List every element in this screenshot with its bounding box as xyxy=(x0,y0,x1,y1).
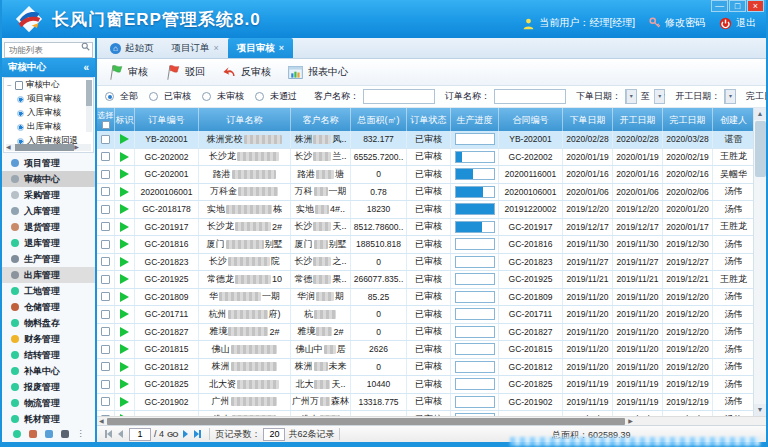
radio-failed[interactable] xyxy=(255,92,264,101)
sidebar-menu-item[interactable]: 项目管理 xyxy=(2,155,95,171)
reject-button[interactable]: 驳回 xyxy=(164,64,205,81)
tree-hscroll-thumb[interactable] xyxy=(15,144,75,151)
header-finish-date[interactable]: 完工日期 xyxy=(663,108,713,131)
sidebar-menu-item[interactable]: 生产管理 xyxy=(2,251,95,267)
sidebar-menu-item[interactable]: 出库管理 xyxy=(2,267,95,283)
sidebar-menu-item[interactable]: 入库管理 xyxy=(2,203,95,219)
sidebar-menu-item[interactable]: 采购管理 xyxy=(2,187,95,203)
tree-hscroll-left-icon[interactable]: ◀ xyxy=(6,144,11,151)
row-checkbox[interactable] xyxy=(101,327,110,336)
header-start-date[interactable]: 开工日期 xyxy=(613,108,663,131)
table-row[interactable]: GC-201902 广州 广州万森林 13318.775 已审核 GC-2019… xyxy=(97,394,766,412)
table-row[interactable]: 20200106001 万科金 万科一期 0.78 已审核 2020010600… xyxy=(97,184,766,202)
table-row[interactable]: GC-201809 华一期 华润期 85.25 已审核 GC-201809 20… xyxy=(97,289,766,307)
table-row[interactable]: GC-201812 株洲 株洲未来 0 已审核 GC-201812 2019/1… xyxy=(97,359,766,377)
radio-unaudited[interactable] xyxy=(202,92,211,101)
table-row[interactable]: GC-202001 路港 路港塘 0 已审核 20200116001 2020/… xyxy=(97,166,766,184)
row-checkbox[interactable] xyxy=(101,170,110,179)
table-row[interactable]: YB-202001 株洲党校 株洲凤.. 832.177 已审核 YB-2020… xyxy=(97,131,766,149)
radio-audited[interactable] xyxy=(149,92,158,101)
header-customer[interactable]: 客户名称 xyxy=(291,108,351,131)
order-date-from-input[interactable]: / /▾ xyxy=(625,89,637,104)
sidebar-menu-item[interactable]: 审核中心 xyxy=(2,171,95,187)
row-checkbox[interactable] xyxy=(101,292,110,301)
tab-home[interactable]: ⌂ 起始页 xyxy=(101,38,163,58)
row-checkbox[interactable] xyxy=(101,345,110,354)
row-checkbox[interactable] xyxy=(101,310,110,319)
sidebar-menu-item[interactable]: 仓储管理 xyxy=(2,299,95,315)
collapse-panel-icon[interactable]: « xyxy=(83,62,89,73)
more-modules-icon[interactable]: ⋮ xyxy=(77,430,85,438)
start-date-input[interactable]: / /▾ xyxy=(724,89,736,104)
tree-expand-icon[interactable]: − xyxy=(7,81,12,90)
row-checkbox[interactable] xyxy=(101,187,110,196)
header-order-name[interactable]: 订单名称 xyxy=(199,108,291,131)
row-checkbox[interactable] xyxy=(101,257,110,266)
grid-vscroll-thumb[interactable] xyxy=(755,121,766,177)
row-checkbox[interactable] xyxy=(101,222,110,231)
window-maximize-button[interactable]: □ xyxy=(729,0,746,12)
row-checkbox[interactable] xyxy=(101,135,110,144)
row-checkbox[interactable] xyxy=(101,275,110,284)
page-number-input[interactable] xyxy=(129,428,151,441)
reverse-audit-button[interactable]: 反审核 xyxy=(221,64,271,80)
person-icon[interactable] xyxy=(61,430,69,438)
row-checkbox[interactable] xyxy=(101,205,110,214)
logout-button[interactable]: 退出 xyxy=(719,16,756,30)
grid-vertical-scrollbar[interactable]: ▲ ▼ xyxy=(753,108,766,416)
cart-icon[interactable] xyxy=(29,430,37,438)
function-search-input[interactable] xyxy=(4,42,93,58)
row-checkbox[interactable] xyxy=(101,240,110,249)
sidebar-menu-item[interactable]: 结转管理 xyxy=(2,347,95,363)
grid-horizontal-scrollbar[interactable]: ◀ ▶ xyxy=(97,416,766,425)
table-row[interactable]: GC-201825 北大资 北大天.. 10440 已审核 GC-201825 … xyxy=(97,376,766,394)
search-icon[interactable] xyxy=(81,42,90,51)
order-date-to-input[interactable]: / /▾ xyxy=(654,89,666,104)
sidebar-menu-item[interactable]: 报废管理 xyxy=(2,379,95,395)
header-order-date[interactable]: 下单日期 xyxy=(563,108,613,131)
tree-vscroll-thumb[interactable] xyxy=(86,80,92,106)
audit-button[interactable]: 审核 xyxy=(107,64,148,81)
radio-all[interactable] xyxy=(105,92,114,101)
sidebar-menu-item[interactable]: 物流管理 xyxy=(2,395,95,411)
first-page-button[interactable] xyxy=(105,430,112,438)
sidebar-menu-item[interactable]: 工地管理 xyxy=(2,283,95,299)
order-name-input[interactable] xyxy=(494,89,566,104)
row-checkbox[interactable] xyxy=(101,397,110,406)
table-row[interactable]: GC-202002 长沙龙 长沙兰.. 65525.7200.. 已审核 GC-… xyxy=(97,149,766,167)
chevron-down-icon[interactable]: ▾ xyxy=(725,90,735,103)
tab-project-audit[interactable]: 项目审核 × xyxy=(228,38,293,58)
close-tab-icon[interactable]: × xyxy=(214,43,219,53)
scroll-up-icon[interactable]: ▲ xyxy=(754,108,767,120)
header-area[interactable]: 总面积(㎡) xyxy=(351,108,407,131)
table-row[interactable]: GC-2018178 实地栋 实地4#.. 18230 已审核 20191220… xyxy=(97,201,766,219)
tree-hscroll-right-icon[interactable]: ▶ xyxy=(74,144,79,151)
tree-child-node[interactable]: 项目审核 xyxy=(4,92,93,106)
tree-root-node[interactable]: − 审核中心 xyxy=(4,78,93,92)
tab-project-orders[interactable]: 项目订单 × xyxy=(163,38,228,58)
tree-child-node[interactable]: 入库审核 xyxy=(4,106,93,120)
row-checkbox[interactable] xyxy=(101,380,110,389)
chevron-down-icon[interactable]: ▾ xyxy=(626,90,636,103)
sidebar-menu-item[interactable]: 退货管理 xyxy=(2,219,95,235)
header-creator[interactable]: 创建人 xyxy=(713,108,755,131)
table-row[interactable]: GC-201816 厦门别墅 厦门别墅 188510.818 已审核 GC-20… xyxy=(97,236,766,254)
tree-child-node[interactable]: 出库审核 xyxy=(4,120,93,134)
next-page-button[interactable] xyxy=(183,430,188,438)
select-all-checkbox[interactable] xyxy=(102,121,110,129)
chevron-down-icon[interactable]: ▾ xyxy=(654,90,664,103)
go-page-button[interactable]: GO xyxy=(167,430,177,439)
row-checkbox[interactable] xyxy=(101,152,110,161)
header-contract[interactable]: 合同编号 xyxy=(499,108,563,131)
sidebar-menu-item[interactable]: 财务管理 xyxy=(2,331,95,347)
customer-name-input[interactable] xyxy=(363,89,435,104)
sidebar-menu-item[interactable]: 退库管理 xyxy=(2,235,95,251)
row-checkbox[interactable] xyxy=(101,362,110,371)
last-page-button[interactable] xyxy=(194,430,201,438)
module-dot-icon[interactable] xyxy=(13,430,21,438)
window-minimize-button[interactable]: — xyxy=(711,0,728,12)
table-row[interactable]: GC-201711 杭州府) 杭 0 已审核 GC-201711 2019/11… xyxy=(97,306,766,324)
close-tab-icon[interactable]: × xyxy=(279,43,284,53)
header-order-no[interactable]: 订单编号 xyxy=(135,108,199,131)
table-row[interactable]: GC-201823 长沙院 长沙之.. 0 已审核 GC-201823 2019… xyxy=(97,254,766,272)
